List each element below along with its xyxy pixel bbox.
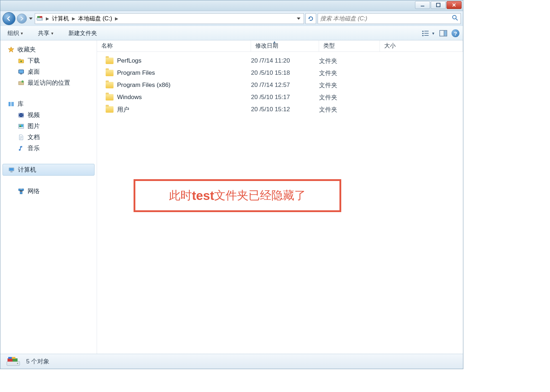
svg-rect-44 — [12, 357, 15, 359]
sidebar-item-label: 文档 — [28, 133, 40, 141]
refresh-button[interactable] — [305, 13, 316, 24]
list-item[interactable]: 用户 20 /5/10 15:12 文件夹 — [97, 103, 463, 116]
sidebar-item-label: 音乐 — [28, 144, 40, 152]
list-item[interactable]: Windows 20 /5/10 15:17 文件夹 — [97, 91, 463, 103]
svg-point-6 — [453, 15, 456, 19]
downloads-icon — [18, 57, 25, 64]
search-input[interactable] — [320, 15, 452, 22]
file-name: Program Files (x86) — [117, 82, 170, 89]
file-date: 20 /7/14 12:57 — [251, 82, 319, 89]
svg-rect-3 — [37, 16, 40, 18]
file-type: 文件夹 — [319, 69, 380, 77]
status-text: 5 个对象 — [26, 357, 49, 366]
breadcrumb-sep-icon[interactable]: ▶ — [71, 16, 77, 21]
sidebar-item-downloads[interactable]: 下载 — [0, 55, 97, 66]
folder-icon — [106, 58, 114, 64]
svg-rect-18 — [20, 74, 22, 74]
sidebar-item-recent[interactable]: 最近访问的位置 — [0, 77, 97, 88]
sidebar-item-desktop[interactable]: 桌面 — [0, 66, 97, 77]
list-item[interactable]: Program Files 20 /5/10 15:18 文件夹 — [97, 67, 463, 79]
column-header-modified[interactable]: 修改日期 — [251, 40, 319, 52]
svg-rect-4 — [40, 16, 42, 18]
address-bar[interactable]: ▶ 计算机 ▶ 本地磁盘 (C:) ▶ — [35, 13, 304, 24]
sidebar-libraries[interactable]: 库 — [0, 98, 97, 109]
breadcrumb-computer[interactable]: 计算机 — [51, 15, 70, 23]
folder-icon — [106, 106, 114, 113]
svg-rect-15 — [444, 31, 447, 36]
pictures-icon — [18, 123, 25, 130]
close-button[interactable] — [447, 1, 462, 9]
svg-rect-36 — [19, 189, 21, 191]
breadcrumb-sep-icon[interactable]: ▶ — [44, 16, 50, 21]
svg-rect-34 — [9, 168, 14, 171]
documents-icon — [18, 134, 25, 141]
svg-point-20 — [21, 80, 24, 83]
annotation-text: 此时 — [169, 188, 192, 204]
new-folder-button[interactable]: 新建文件夹 — [65, 28, 101, 39]
svg-rect-38 — [20, 192, 22, 194]
recent-icon — [18, 79, 25, 87]
sidebar-item-label: 收藏夹 — [18, 45, 36, 54]
file-date: 20 /5/10 15:18 — [251, 69, 319, 77]
column-header-name[interactable]: 名称 — [97, 40, 251, 52]
file-type: 文件夹 — [319, 106, 380, 114]
view-options-button[interactable]: ▼ — [422, 30, 435, 36]
svg-rect-21 — [9, 102, 10, 106]
list-item[interactable]: PerfLogs 20 /7/14 11:20 文件夹 — [97, 55, 463, 67]
sidebar-item-pictures[interactable]: 图片 — [0, 121, 97, 132]
sidebar-item-label: 视频 — [28, 111, 40, 119]
sidebar-item-label: 下载 — [28, 57, 40, 65]
sidebar-item-label: 库 — [18, 100, 24, 108]
svg-rect-9 — [422, 33, 424, 34]
file-name: Windows — [117, 94, 142, 101]
toolbar-label: 新建文件夹 — [68, 30, 97, 37]
sidebar-favorites[interactable]: 收藏夹 — [0, 44, 97, 55]
videos-icon — [18, 112, 25, 119]
search-icon[interactable] — [452, 15, 458, 23]
svg-rect-23 — [12, 102, 14, 106]
minimize-button[interactable] — [415, 1, 430, 9]
svg-point-5 — [41, 19, 42, 19]
list-item[interactable]: Program Files (x86) 20 /7/14 12:57 文件夹 — [97, 79, 463, 91]
star-icon — [8, 46, 15, 53]
svg-rect-43 — [8, 357, 12, 359]
sidebar-item-label: 最近访问的位置 — [28, 79, 70, 87]
maximize-button[interactable] — [431, 1, 446, 9]
sidebar-item-music[interactable]: 音乐 — [0, 143, 97, 154]
sort-indicator-icon: ▲ — [272, 40, 276, 44]
file-date: 20 /5/10 15:12 — [251, 106, 319, 113]
svg-rect-10 — [424, 33, 429, 34]
svg-rect-42 — [13, 358, 18, 362]
svg-rect-0 — [421, 6, 424, 6]
sidebar-item-computer[interactable]: 计算机 — [3, 164, 95, 176]
sidebar-item-videos[interactable]: 视频 — [0, 109, 97, 121]
address-dropdown[interactable] — [294, 14, 303, 24]
share-menu[interactable]: 共享▼ — [34, 28, 58, 39]
breadcrumb-drive-c[interactable]: 本地磁盘 (C:) — [77, 15, 113, 23]
help-button[interactable]: ? — [452, 29, 459, 37]
folder-icon — [106, 70, 114, 76]
organize-menu[interactable]: 组织▼ — [4, 28, 27, 39]
search-box[interactable] — [318, 13, 461, 24]
toolbar: 组织▼ 共享▼ 新建文件夹 ▼ ? — [0, 26, 463, 40]
sidebar-item-documents[interactable]: 文档 — [0, 132, 97, 143]
explorer-window: ▶ 计算机 ▶ 本地磁盘 (C:) ▶ 组织▼ 共享▼ 新建文件夹 ▼ — [0, 0, 463, 369]
svg-point-32 — [19, 149, 21, 151]
svg-rect-17 — [19, 70, 23, 73]
sidebar-item-network[interactable]: 网络 — [0, 186, 97, 197]
computer-icon — [8, 166, 15, 173]
column-header-size[interactable]: 大小 — [380, 40, 463, 52]
column-header-type[interactable]: 类型 — [319, 40, 380, 52]
svg-point-31 — [20, 124, 21, 126]
back-button[interactable] — [3, 12, 15, 25]
file-name: Program Files — [117, 69, 155, 77]
preview-pane-button[interactable] — [439, 30, 447, 36]
desktop-icon — [18, 68, 25, 75]
annotation-bold: test — [192, 188, 214, 203]
forward-button[interactable] — [17, 14, 27, 24]
breadcrumb-sep-icon[interactable]: ▶ — [114, 16, 120, 21]
svg-rect-12 — [424, 35, 429, 36]
nav-history-dropdown[interactable] — [28, 15, 33, 22]
file-type: 文件夹 — [319, 57, 380, 65]
svg-rect-11 — [422, 35, 424, 36]
